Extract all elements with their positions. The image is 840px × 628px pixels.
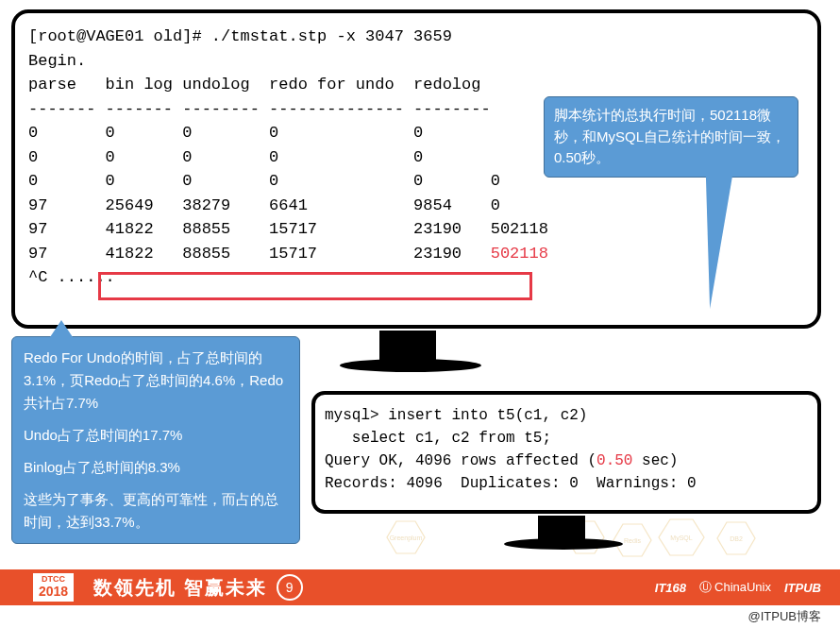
svg-marker-0 xyxy=(387,521,425,553)
footer-year-badge: DTCC 2018 xyxy=(32,572,75,602)
svg-marker-2 xyxy=(613,524,651,556)
monitor-base-bottom xyxy=(504,538,623,550)
brand-it168: IT168 xyxy=(655,581,686,595)
svg-text:MySQL: MySQL xyxy=(670,535,692,542)
svg-text:DB2: DB2 xyxy=(730,535,743,542)
callout-right-annotation: 脚本统计的总执行时间，502118微秒，和MySQL自己统计的时间一致，0.50… xyxy=(544,96,798,178)
footer-top-row: DTCC 2018 数领先机 智赢未来 9 IT168 ChinaUnix IT… xyxy=(0,569,840,605)
monitor-base-top xyxy=(340,359,481,372)
svg-marker-3 xyxy=(659,519,704,555)
terminal-bottom-content: mysql> insert into t5(c1, c2) select c1,… xyxy=(325,404,808,495)
svg-text:Redis: Redis xyxy=(624,537,641,544)
brand-itpub: ITPUB xyxy=(784,581,821,595)
svg-marker-4 xyxy=(717,522,755,554)
footer-bar: DTCC 2018 数领先机 智赢未来 9 IT168 ChinaUnix IT… xyxy=(0,569,840,628)
footer-copyright: @ITPUB博客 xyxy=(0,605,840,628)
footer-slogan: 数领先机 智赢未来 xyxy=(93,575,267,601)
monitor-stand-bottom xyxy=(538,516,585,540)
highlighted-duration: 0.50 xyxy=(596,452,632,469)
footer-brands: IT168 ChinaUnix ITPUB xyxy=(655,579,821,596)
callout-left-annotation: Redo For Undo的时间，占了总时间的3.1%，页Redo占了总时间的4… xyxy=(11,336,300,544)
highlighted-total: 502118 xyxy=(491,245,548,263)
brand-chinaunix: ChinaUnix xyxy=(699,579,771,596)
monitor-stand-top xyxy=(379,331,436,361)
svg-text:Greenplum: Greenplum xyxy=(390,535,423,542)
footer-nine-icon: 9 xyxy=(277,574,303,601)
terminal-bottom-monitor: mysql> insert into t5(c1, c2) select c1,… xyxy=(311,391,821,514)
